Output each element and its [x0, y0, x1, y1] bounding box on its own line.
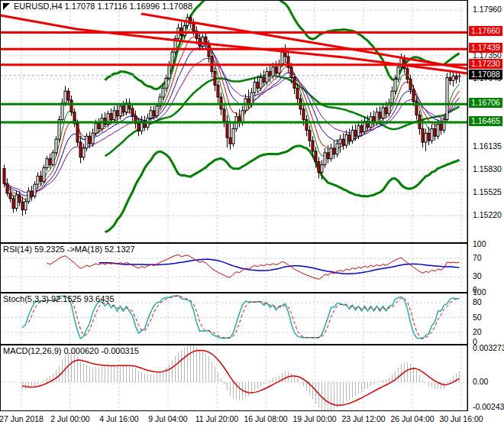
- rsi-tick: 70: [473, 253, 482, 262]
- time-label: 2 Jul 00:00: [50, 414, 89, 423]
- price-badge-1.17660: 1.17660: [469, 26, 502, 36]
- time-label: 9 Jul 04:00: [148, 414, 187, 423]
- grid-layer: [0, 243, 467, 293]
- time-axis[interactable]: 27 Jun 20182 Jul 00:004 Jul 16:009 Jul 0…: [0, 411, 504, 428]
- stoch-tick: 50: [473, 313, 482, 322]
- price-tick: 1.16135: [473, 141, 502, 151]
- price-badge-1.17439: 1.17439: [469, 43, 502, 53]
- macd-tick: -0.002434: [473, 402, 504, 411]
- time-label: 27 Jun 2018: [0, 414, 44, 423]
- price-badge-1.17088: 1.17088: [469, 70, 502, 79]
- time-label: 30 Jul 16:00: [439, 414, 483, 423]
- price-tick: 1.17960: [473, 5, 502, 14]
- rsi-panel[interactable]: [0, 243, 468, 293]
- time-label: 4 Jul 16:00: [99, 414, 138, 423]
- candles-layer: [3, 14, 460, 216]
- stoch-tick: 100: [473, 287, 486, 297]
- time-label: 23 Jul 12:00: [341, 414, 385, 423]
- price-tick: 1.15220: [473, 210, 502, 219]
- stoch-panel[interactable]: [0, 293, 468, 345]
- stoch-tick: 80: [473, 297, 482, 306]
- price-badge-1.16706: 1.16706: [469, 98, 502, 108]
- price-badge-1.17230: 1.17230: [469, 59, 502, 69]
- rsi-tick: 30: [473, 271, 482, 280]
- rsi-tick: 100: [473, 239, 486, 248]
- time-label: 11 Jul 20:00: [195, 414, 238, 423]
- macd-tick: 0.003273: [473, 343, 504, 352]
- time-label: 19 Jul 00:00: [292, 414, 336, 423]
- grid-layer: [0, 293, 467, 345]
- stoch-tick: 20: [473, 327, 482, 336]
- price-tick: 1.15525: [473, 187, 502, 196]
- macd-tick: 0.00: [473, 377, 488, 386]
- main-chart-plot[interactable]: [0, 0, 468, 243]
- price-badge-1.16465: 1.16465: [469, 116, 502, 126]
- macd-histogram: [23, 345, 460, 411]
- macd-panel[interactable]: [0, 345, 468, 411]
- chart-window: EURUSD,H4 1.17078 1.17116 1.16996 1.1708…: [0, 0, 504, 428]
- price-tick: 1.15830: [473, 164, 502, 173]
- price-axis[interactable]: 1.179601.176551.173501.170451.167401.164…: [467, 0, 504, 411]
- time-label: 16 Jul 08:00: [244, 414, 287, 423]
- time-label: 26 Jul 04:00: [390, 414, 434, 423]
